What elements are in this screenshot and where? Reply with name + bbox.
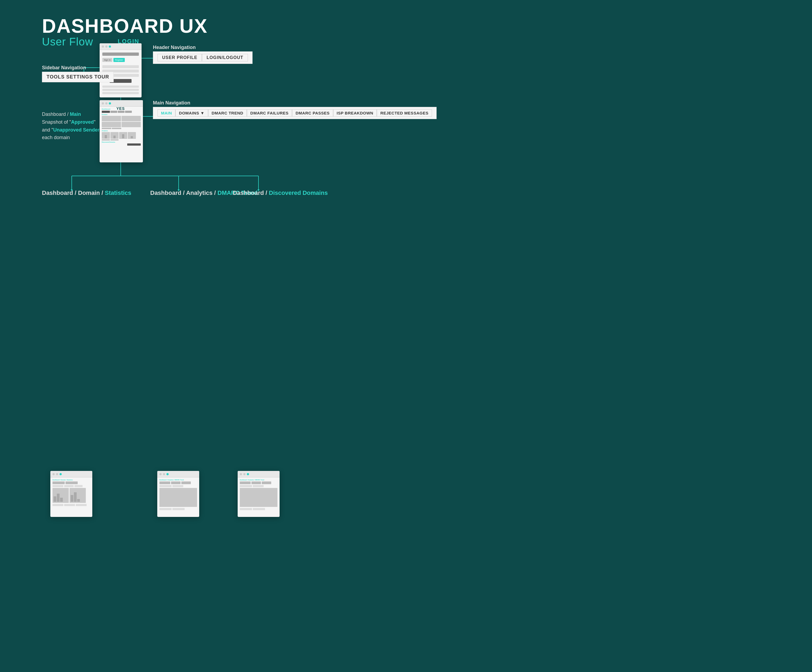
main-nav-item-5[interactable]: DMARC PASSES	[292, 109, 333, 117]
chart-left	[53, 488, 69, 503]
dash-nav1	[102, 111, 110, 113]
dot2	[105, 46, 107, 48]
chart3	[119, 132, 127, 139]
bar2	[57, 494, 60, 502]
header-nav-item-2[interactable]: LOGIN/LOGOUT	[202, 54, 248, 61]
sr5	[74, 485, 83, 487]
dr3	[181, 481, 191, 484]
sb2	[64, 504, 75, 506]
chart3-bar	[122, 134, 124, 138]
discovered-bar	[127, 143, 141, 146]
dmarc-wf-header	[157, 471, 199, 478]
bar5	[74, 492, 77, 502]
wf-dash-body: Dashboard Domains Analytics	[100, 107, 143, 147]
disc-r3	[262, 481, 271, 484]
discovered-prefix: Dashboard /	[233, 189, 269, 196]
annotation-and2: and "	[42, 127, 53, 133]
chart2	[111, 132, 119, 139]
domain4	[121, 122, 141, 127]
statistics-highlight: Statistics	[105, 189, 131, 196]
register-button[interactable]: Register	[113, 58, 125, 62]
main-nav-item-1[interactable]: MAIN	[157, 109, 176, 117]
email-field[interactable]	[102, 65, 139, 68]
dmarc-prefix: Dashboard / Analytics /	[150, 189, 218, 196]
db2	[172, 508, 184, 510]
login-buttons: Sign In Register	[102, 58, 139, 62]
scene: DASHBOARD UX User Flow LOGIN Sign In Reg…	[0, 0, 812, 672]
discovered-wireframe: Dashboard / Analytics / DMARC Trend	[238, 471, 280, 517]
stats-wf-header	[50, 471, 92, 478]
chart1-bar	[105, 135, 107, 138]
disc-r1	[240, 481, 251, 484]
main-nav-item-7[interactable]: REJECTED MESSAGES	[377, 109, 432, 117]
sidebar-nav-box: TOOLS SETTINGS TOUR	[42, 72, 114, 82]
annotation-unapproved: Unapproved Senders	[53, 127, 102, 133]
domains-grid	[102, 116, 141, 127]
domains-title: Domains	[102, 114, 141, 115]
alabel1	[102, 139, 110, 140]
chart4	[128, 132, 136, 139]
chart-right	[70, 488, 86, 503]
dot2	[243, 473, 246, 475]
sb1	[53, 504, 63, 506]
main-nav-label: Main Navigation	[153, 100, 190, 106]
dot1	[159, 473, 162, 475]
domain3	[102, 122, 121, 127]
dr5	[172, 485, 183, 487]
main-nav-item-3[interactable]: DMARC TREND	[208, 109, 247, 117]
sidebar-nav-items: TOOLS SETTINGS TOUR	[46, 74, 109, 80]
dmarc-body: Dashboard / Analytics / DMARC Trend	[157, 478, 199, 512]
annotation-approved: Approved	[71, 119, 94, 125]
annotation-and: "	[94, 119, 95, 125]
disc-row1	[240, 481, 278, 484]
domain1	[102, 116, 121, 121]
sr3	[53, 485, 63, 487]
signin-button[interactable]: Sign In	[102, 58, 112, 62]
sr2	[65, 481, 78, 484]
dash-nav4	[125, 111, 132, 113]
wf-dash-header	[100, 100, 143, 107]
dot1	[53, 473, 55, 475]
dot3	[109, 46, 111, 48]
dot1	[102, 102, 104, 104]
bottom-bar2	[102, 89, 139, 91]
header-nav-item-1[interactable]: USER PROFILE	[157, 54, 202, 61]
bar3	[60, 498, 63, 502]
dr4	[159, 485, 172, 487]
bottom-bar3	[102, 92, 139, 94]
sr1	[53, 481, 65, 484]
stats-row1	[53, 481, 90, 484]
disc-breadcrumb: Dashboard / Analytics / DMARC Trend	[240, 479, 278, 481]
dot3	[247, 473, 249, 475]
stats-breadcrumb: Dashboard / Domain / Statistics	[53, 479, 90, 481]
login-bottom	[102, 85, 139, 94]
dr2	[171, 481, 181, 484]
dot2	[105, 102, 107, 104]
dot1	[240, 473, 242, 475]
dmarc-row2	[159, 485, 197, 487]
analytics-labels	[102, 139, 141, 140]
alabel2	[111, 139, 119, 140]
domain-labels	[102, 128, 141, 129]
stats-bottom	[53, 504, 90, 506]
sr4	[64, 485, 73, 487]
stats-body: Dashboard / Domain / Statistics	[50, 478, 92, 508]
dmarc-breadcrumb: Dashboard / Analytics / DMARC Trend	[159, 479, 197, 481]
disc-row2	[240, 485, 278, 487]
main-nav-item-2[interactable]: DOMAINS ▼	[176, 109, 208, 117]
annotation-main: Main	[70, 111, 81, 117]
dash-nav-row	[102, 111, 141, 113]
discovered-label: Dashboard / Discovered Domains	[233, 189, 328, 196]
main-nav-item-6[interactable]: ISP BREAKDOWN	[333, 109, 377, 117]
dash-nav2	[111, 111, 117, 113]
discovered-title: Discovered Domains	[102, 141, 141, 143]
dot3	[109, 102, 111, 104]
dr1	[159, 481, 170, 484]
bottom-bar1	[102, 85, 139, 88]
disc-r5	[253, 485, 264, 487]
chart1	[102, 132, 110, 139]
yes-label: YES	[116, 106, 125, 111]
disc-b2	[253, 508, 265, 510]
statistics-prefix: Dashboard / Domain /	[42, 189, 105, 196]
main-nav-item-4[interactable]: DMARC FAILURES	[247, 109, 292, 117]
